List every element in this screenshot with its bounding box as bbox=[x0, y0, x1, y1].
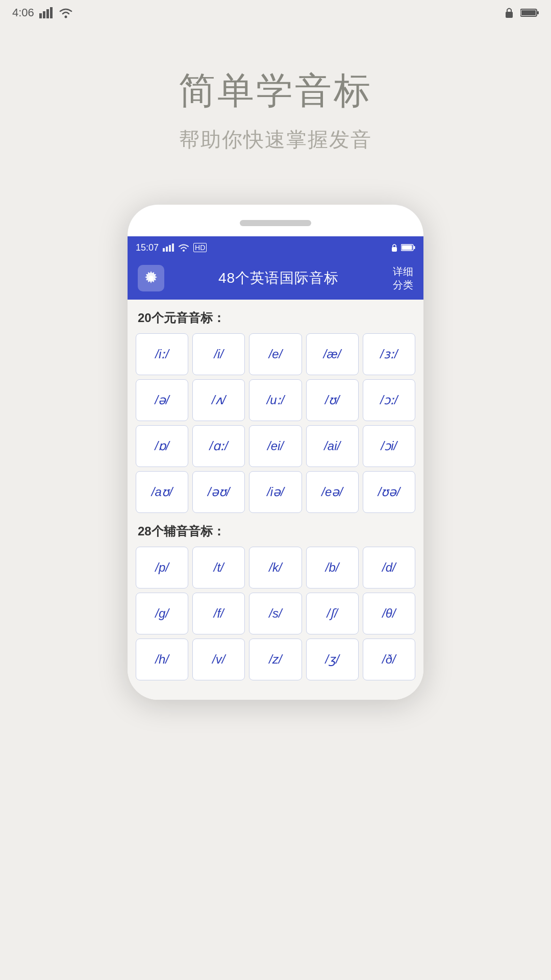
hero-section: 简单学音标 帮助你快速掌握发音 bbox=[0, 26, 551, 184]
app-status-left: 15:07 HD bbox=[136, 242, 207, 253]
status-time: 4:06 bbox=[12, 6, 34, 19]
svg-rect-14 bbox=[392, 247, 397, 252]
consonant-section-title: 28个辅音音标： bbox=[138, 523, 415, 540]
consonant-row-1: /p/ /t/ /k/ /b/ /d/ bbox=[136, 547, 415, 589]
phoneme-ii[interactable]: /iː/ bbox=[136, 333, 188, 375]
phoneme-z[interactable]: /z/ bbox=[249, 639, 302, 680]
phoneme-p[interactable]: /p/ bbox=[136, 547, 188, 589]
wifi-icon bbox=[59, 7, 73, 18]
svg-rect-16 bbox=[414, 246, 415, 249]
phoneme-ai[interactable]: /ai/ bbox=[306, 425, 359, 467]
svg-rect-17 bbox=[402, 246, 412, 250]
phoneme-ae[interactable]: /æ/ bbox=[306, 333, 359, 375]
vowel-section-title: 20个元音音标： bbox=[138, 310, 415, 326]
phone-mockup: 15:07 HD bbox=[128, 205, 423, 700]
status-bar-right bbox=[504, 7, 539, 19]
phoneme-3r[interactable]: /ɜː/ bbox=[363, 333, 415, 375]
phoneme-ar[interactable]: /ɑː/ bbox=[192, 425, 245, 467]
svg-rect-3 bbox=[50, 7, 53, 18]
consonant-row-3: /h/ /v/ /z/ /ʒ/ /ð/ bbox=[136, 639, 415, 680]
phoneme-sh[interactable]: /ʃ/ bbox=[306, 593, 359, 634]
svg-rect-11 bbox=[169, 245, 171, 252]
detail-button[interactable]: 详细分类 bbox=[393, 265, 413, 291]
phoneme-theta[interactable]: /θ/ bbox=[363, 593, 415, 634]
app-header: 48个英语国际音标 详细分类 bbox=[128, 259, 423, 300]
phoneme-wedge[interactable]: /ʌ/ bbox=[192, 379, 245, 421]
phoneme-or[interactable]: /ɔː/ bbox=[363, 379, 415, 421]
phoneme-k[interactable]: /k/ bbox=[249, 547, 302, 589]
svg-rect-7 bbox=[537, 11, 539, 14]
app-wifi-icon bbox=[178, 243, 189, 252]
phoneme-t[interactable]: /t/ bbox=[192, 547, 245, 589]
phoneme-ia[interactable]: /iə/ bbox=[249, 471, 302, 513]
svg-rect-12 bbox=[172, 243, 174, 252]
vowel-row-4: /aʊ/ /əʊ/ /iə/ /eə/ /ʊə/ bbox=[136, 471, 415, 513]
app-signal-icon bbox=[163, 243, 174, 252]
consonant-row-2: /g/ /f/ /s/ /ʃ/ /θ/ bbox=[136, 593, 415, 634]
phoneme-h[interactable]: /h/ bbox=[136, 639, 188, 680]
battery-icon bbox=[520, 8, 539, 17]
svg-rect-2 bbox=[46, 9, 49, 18]
phoneme-d[interactable]: /d/ bbox=[363, 547, 415, 589]
phoneme-ou[interactable]: /əʊ/ bbox=[192, 471, 245, 513]
app-content: 20个元音音标： /iː/ /i/ /e/ /æ/ /ɜː/ /ə/ /ʌ/ /… bbox=[128, 300, 423, 700]
phoneme-au[interactable]: /aʊ/ bbox=[136, 471, 188, 513]
svg-rect-0 bbox=[39, 13, 42, 18]
app-battery-icon bbox=[401, 244, 415, 251]
app-status-hd: HD bbox=[193, 243, 207, 252]
hero-subtitle: 帮助你快速掌握发音 bbox=[0, 126, 551, 154]
hero-title: 简单学音标 bbox=[0, 66, 551, 115]
phoneme-upsilon[interactable]: /ʊ/ bbox=[306, 379, 359, 421]
svg-rect-9 bbox=[163, 248, 165, 252]
vowel-row-1: /iː/ /i/ /e/ /æ/ /ɜː/ bbox=[136, 333, 415, 375]
phoneme-eth[interactable]: /ð/ bbox=[363, 639, 415, 680]
system-status-bar: 4:06 bbox=[0, 0, 551, 26]
phoneme-ur[interactable]: /uː/ bbox=[249, 379, 302, 421]
svg-rect-1 bbox=[43, 11, 45, 18]
svg-point-13 bbox=[183, 250, 185, 252]
phoneme-schwa[interactable]: /ə/ bbox=[136, 379, 188, 421]
vowel-row-3: /ɒ/ /ɑː/ /ei/ /ai/ /ɔi/ bbox=[136, 425, 415, 467]
app-title: 48个英语国际音标 bbox=[218, 268, 339, 288]
phoneme-f[interactable]: /f/ bbox=[192, 593, 245, 634]
phoneme-v[interactable]: /v/ bbox=[192, 639, 245, 680]
svg-rect-8 bbox=[521, 10, 536, 15]
app-status-time: 15:07 bbox=[136, 242, 159, 253]
app-status-right bbox=[391, 243, 415, 252]
gear-icon bbox=[143, 270, 159, 286]
svg-point-4 bbox=[64, 16, 67, 18]
lock-icon bbox=[504, 7, 514, 19]
phone-mockup-wrapper: 15:07 HD bbox=[0, 205, 551, 700]
phoneme-ua[interactable]: /ʊə/ bbox=[363, 471, 415, 513]
phoneme-i[interactable]: /i/ bbox=[192, 333, 245, 375]
svg-rect-10 bbox=[166, 247, 168, 252]
phoneme-ei[interactable]: /ei/ bbox=[249, 425, 302, 467]
phone-notch bbox=[240, 220, 311, 226]
phoneme-e[interactable]: /e/ bbox=[249, 333, 302, 375]
phoneme-zh[interactable]: /ʒ/ bbox=[306, 639, 359, 680]
gear-button[interactable] bbox=[138, 265, 164, 291]
status-bar-left: 4:06 bbox=[12, 6, 73, 19]
app-lock-icon bbox=[391, 243, 398, 252]
phoneme-ea[interactable]: /eə/ bbox=[306, 471, 359, 513]
phoneme-b[interactable]: /b/ bbox=[306, 547, 359, 589]
phoneme-g[interactable]: /g/ bbox=[136, 593, 188, 634]
svg-rect-5 bbox=[506, 12, 513, 18]
signal-icon bbox=[39, 7, 54, 18]
vowel-row-2: /ə/ /ʌ/ /uː/ /ʊ/ /ɔː/ bbox=[136, 379, 415, 421]
phoneme-s[interactable]: /s/ bbox=[249, 593, 302, 634]
phoneme-oi[interactable]: /ɔi/ bbox=[363, 425, 415, 467]
phoneme-D[interactable]: /ɒ/ bbox=[136, 425, 188, 467]
app-status-bar: 15:07 HD bbox=[128, 236, 423, 259]
